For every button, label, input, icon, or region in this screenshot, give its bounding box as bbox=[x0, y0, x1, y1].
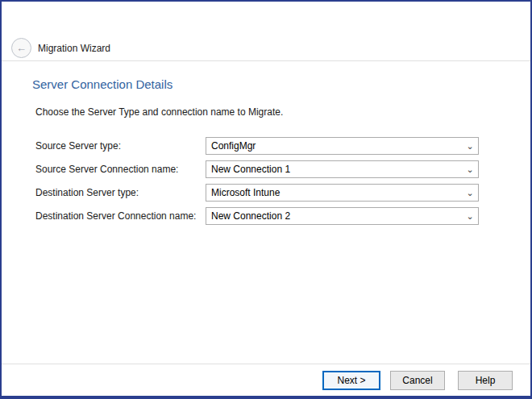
source-connection-name-dropdown[interactable]: New Connection 1 ⌄ bbox=[206, 160, 479, 178]
page-title: Server Connection Details bbox=[32, 77, 172, 91]
destination-connection-name-value: New Connection 2 bbox=[206, 210, 462, 222]
chevron-down-icon[interactable]: ⌄ bbox=[462, 138, 478, 154]
destination-server-type-dropdown[interactable]: Microsoft Intune ⌄ bbox=[206, 184, 479, 202]
wizard-title: Migration Wizard bbox=[38, 43, 110, 54]
page-subtitle: Choose the Server Type and connection na… bbox=[35, 106, 283, 118]
footer-divider bbox=[2, 364, 530, 364]
chevron-down-icon[interactable]: ⌄ bbox=[462, 161, 478, 177]
help-button[interactable]: Help bbox=[458, 371, 513, 390]
source-server-type-dropdown[interactable]: ConfigMgr ⌄ bbox=[206, 137, 479, 155]
source-connection-name-label: Source Server Connection name: bbox=[35, 164, 178, 175]
source-server-type-label: Source Server type: bbox=[35, 140, 121, 152]
migration-wizard-window: ✕ ← Migration Wizard Server Connection D… bbox=[0, 0, 532, 399]
back-icon[interactable]: ← bbox=[11, 38, 31, 58]
chevron-down-icon[interactable]: ⌄ bbox=[462, 208, 478, 224]
destination-server-type-value: Microsoft Intune bbox=[206, 187, 462, 198]
source-connection-name-value: New Connection 1 bbox=[206, 164, 462, 175]
next-button[interactable]: Next > bbox=[322, 371, 380, 390]
source-server-type-value: ConfigMgr bbox=[206, 140, 462, 152]
destination-connection-name-label: Destination Server Connection name: bbox=[35, 210, 196, 222]
destination-connection-name-dropdown[interactable]: New Connection 2 ⌄ bbox=[206, 207, 479, 225]
wizard-header: ← Migration Wizard bbox=[2, 2, 530, 61]
chevron-down-icon[interactable]: ⌄ bbox=[462, 185, 478, 201]
cancel-button[interactable]: Cancel bbox=[390, 371, 445, 390]
destination-server-type-label: Destination Server type: bbox=[35, 187, 139, 198]
